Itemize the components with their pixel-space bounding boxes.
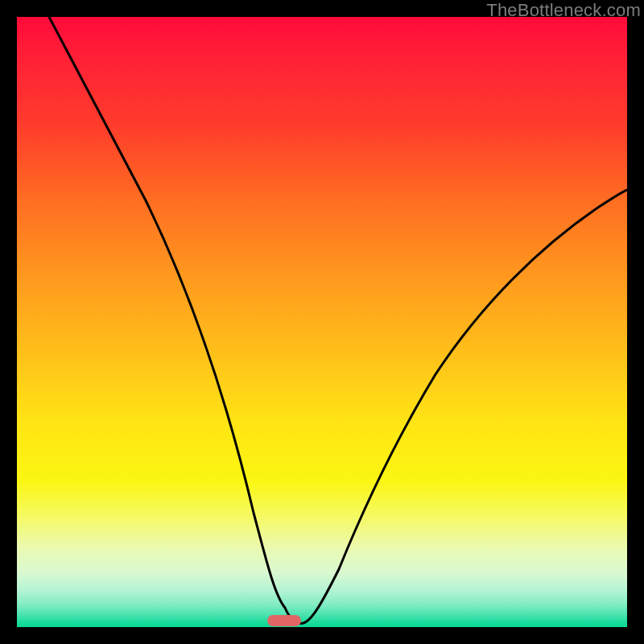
bottleneck-marker-pill <box>267 615 301 626</box>
chart-plot-area <box>17 17 627 627</box>
chart-svg <box>17 17 627 627</box>
bottleneck-curve-path <box>49 17 627 623</box>
chart-curve-layer <box>17 17 627 627</box>
watermark-text: TheBottleneck.com <box>486 0 641 21</box>
